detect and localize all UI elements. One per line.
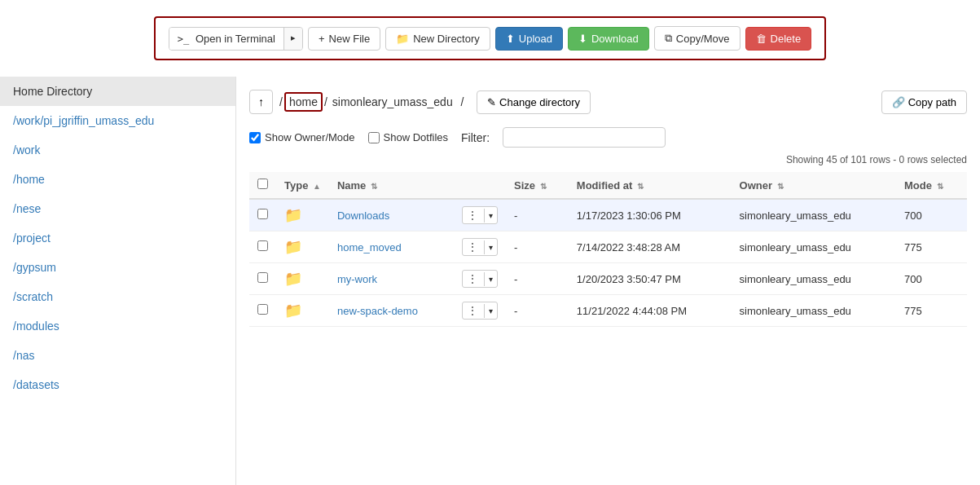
- row-name-0: Downloads: [329, 199, 454, 231]
- show-owner-mode-checkbox[interactable]: [249, 132, 261, 143]
- sidebar-item-nas[interactable]: /nas: [0, 341, 235, 370]
- download-button[interactable]: ⬇ Download: [568, 27, 649, 51]
- change-directory-button[interactable]: ✎ Change directory: [477, 90, 591, 114]
- row-checkbox-3[interactable]: [257, 304, 268, 315]
- actions-column-header: [454, 172, 506, 199]
- open-terminal-btn[interactable]: >_ Open in Terminal ▸: [169, 27, 303, 51]
- type-sort-icon: ▲: [313, 182, 321, 191]
- sidebar-item-scratch[interactable]: /scratch: [0, 282, 235, 311]
- show-dotfiles-label[interactable]: Show Dotfiles: [368, 131, 448, 143]
- row-checkbox-cell-0: [249, 199, 276, 231]
- row-modified-3: 11/21/2022 4:44:08 PM: [569, 295, 732, 327]
- sidebar-item-home-directory[interactable]: Home Directory: [0, 77, 235, 106]
- select-all-header: [249, 172, 276, 199]
- row-name-1: home_moved: [329, 231, 454, 263]
- breadcrumb-home-link[interactable]: home: [284, 92, 323, 112]
- copy-path-button[interactable]: 🔗 Copy path: [881, 90, 967, 114]
- row-owner-2: simonleary_umass_edu: [732, 263, 896, 295]
- sidebar: Home Directory /work/pi_jgriffin_umass_e…: [0, 77, 236, 485]
- modified-sort-icon: ⇅: [637, 182, 644, 191]
- sidebar-item-modules[interactable]: /modules: [0, 311, 235, 341]
- row-mode-2: 700: [896, 263, 967, 295]
- row-mode-3: 775: [896, 295, 967, 327]
- row-checkbox-2[interactable]: [257, 272, 268, 283]
- row-checkbox-0[interactable]: [257, 209, 268, 219]
- row-owner-1: simonleary_umass_edu: [732, 231, 896, 263]
- row-actions-2: ⋮ ▾: [454, 263, 506, 295]
- upload-icon: ⬆: [506, 33, 515, 45]
- sidebar-item-datasets[interactable]: /datasets: [0, 370, 235, 399]
- sidebar-item-project[interactable]: /project: [0, 223, 235, 253]
- breadcrumb: / home / simonleary_umass_edu /: [279, 92, 464, 112]
- folder-icon: 📁: [284, 239, 302, 255]
- main-content: ↑ / home / simonleary_umass_edu / ✎ Chan…: [236, 77, 980, 485]
- select-all-checkbox[interactable]: [257, 179, 268, 189]
- plus-icon: +: [319, 33, 325, 45]
- row-size-1: -: [506, 231, 569, 263]
- row-owner-3: simonleary_umass_edu: [732, 295, 896, 327]
- name-column-header[interactable]: Name ⇅: [329, 172, 454, 199]
- row-action-btn-2[interactable]: ⋮ ▾: [462, 270, 498, 288]
- show-dotfiles-checkbox[interactable]: [368, 132, 380, 143]
- sidebar-item-gypsum[interactable]: /gypsum: [0, 253, 235, 282]
- row-size-0: -: [506, 199, 569, 231]
- row-mode-0: 700: [896, 199, 967, 231]
- sidebar-item-work-pi[interactable]: /work/pi_jgriffin_umass_edu: [0, 106, 235, 135]
- new-directory-button[interactable]: 📁 New Directory: [385, 27, 490, 51]
- breadcrumb-user-link[interactable]: simonleary_umass_edu: [329, 94, 456, 110]
- link-icon: 🔗: [892, 96, 905, 108]
- folder-icon: 📁: [284, 302, 302, 319]
- folder-icon: 📁: [284, 207, 302, 223]
- row-modified-0: 1/17/2023 1:30:06 PM: [569, 199, 732, 231]
- copy-move-button[interactable]: ⧉ Copy/Move: [654, 26, 740, 51]
- copy-icon: ⧉: [665, 32, 672, 45]
- row-modified-1: 7/14/2022 3:48:28 AM: [569, 231, 732, 263]
- row-size-3: -: [506, 295, 569, 327]
- type-column-header[interactable]: Type ▲: [276, 172, 329, 199]
- folder-plus-icon: 📁: [396, 33, 409, 45]
- upload-button[interactable]: ⬆ Upload: [495, 27, 563, 51]
- table-row: 📁 home_moved ⋮ ▾ - 7/14/2022 3:48:28 AM …: [249, 231, 967, 263]
- row-action-btn-1[interactable]: ⋮ ▾: [462, 238, 498, 256]
- row-type-3: 📁: [276, 295, 329, 327]
- terminal-arrow[interactable]: ▸: [283, 28, 302, 50]
- file-name-link-2[interactable]: my-work: [337, 273, 377, 285]
- terminal-icon: >_: [178, 33, 189, 45]
- folder-icon: 📁: [284, 271, 302, 287]
- filter-bar: Show Owner/Mode Show Dotfiles Filter:: [249, 127, 967, 148]
- rows-info: Showing 45 of 101 rows - 0 rows selected: [249, 154, 967, 165]
- up-directory-button[interactable]: ↑: [249, 90, 273, 114]
- row-mode-1: 775: [896, 231, 967, 263]
- row-action-btn-0[interactable]: ⋮ ▾: [462, 206, 498, 224]
- filter-label: Filter:: [461, 131, 490, 144]
- row-modified-2: 1/20/2023 3:50:47 PM: [569, 263, 732, 295]
- sidebar-item-nese[interactable]: /nese: [0, 194, 235, 223]
- file-name-link-3[interactable]: new-spack-demo: [337, 305, 418, 317]
- top-toolbar: >_ Open in Terminal ▸ + New File 📁 New D…: [154, 16, 826, 60]
- row-name-3: new-spack-demo: [329, 295, 454, 327]
- sidebar-item-work[interactable]: /work: [0, 135, 235, 165]
- sidebar-item-home[interactable]: /home: [0, 165, 235, 194]
- mode-sort-icon: ⇅: [937, 182, 943, 191]
- row-checkbox-1[interactable]: [257, 240, 268, 251]
- row-type-0: 📁: [276, 199, 329, 231]
- owner-column-header[interactable]: Owner ⇅: [732, 172, 896, 199]
- row-checkbox-cell-2: [249, 263, 276, 295]
- pencil-icon: ✎: [487, 96, 496, 108]
- filter-input[interactable]: [503, 127, 666, 148]
- show-owner-mode-label[interactable]: Show Owner/Mode: [249, 131, 355, 143]
- row-checkbox-cell-3: [249, 295, 276, 327]
- row-action-btn-3[interactable]: ⋮ ▾: [462, 302, 498, 320]
- file-name-link-1[interactable]: home_moved: [337, 241, 402, 254]
- name-sort-icon: ⇅: [371, 182, 377, 191]
- file-name-link-0[interactable]: Downloads: [337, 209, 389, 222]
- size-column-header[interactable]: Size ⇅: [506, 172, 569, 199]
- mode-column-header[interactable]: Mode ⇅: [896, 172, 967, 199]
- modified-column-header[interactable]: Modified at ⇅: [569, 172, 732, 199]
- download-icon: ⬇: [578, 33, 587, 45]
- table-row: 📁 Downloads ⋮ ▾ - 1/17/2023 1:30:06 PM s…: [249, 199, 967, 231]
- row-actions-0: ⋮ ▾: [454, 199, 506, 231]
- delete-button[interactable]: 🗑 Delete: [745, 27, 812, 51]
- row-type-1: 📁: [276, 231, 329, 263]
- new-file-button[interactable]: + New File: [308, 27, 380, 51]
